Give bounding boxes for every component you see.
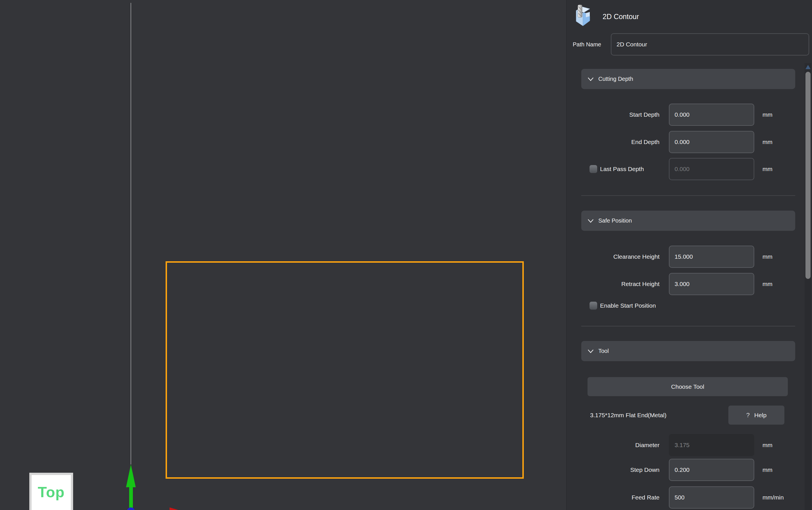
end-depth-row: End Depth mm [567, 131, 795, 153]
origin-z-axis-dot [127, 507, 135, 510]
feed-rate-row: Feed Rate mm/min [567, 486, 795, 509]
clearance-height-label: Clearance Height [567, 246, 660, 268]
help-button-label: Help [754, 412, 766, 419]
diameter-input [669, 434, 754, 456]
x-axis-arrow-icon [170, 507, 179, 510]
choose-tool-button[interactable]: Choose Tool [587, 377, 788, 396]
enable-start-position-label: Enable Start Position [600, 294, 656, 317]
section-title: Cutting Depth [598, 76, 633, 82]
start-depth-label: Start Depth [567, 104, 660, 126]
feed-rate-label: Feed Rate [567, 486, 660, 509]
section-header-safe-position[interactable]: Safe Position [581, 210, 795, 231]
path-name-input[interactable] [611, 33, 809, 56]
step-down-row: Step Down mm [567, 459, 795, 481]
end-depth-input[interactable] [669, 131, 754, 153]
retract-height-input[interactable] [669, 273, 754, 295]
scroll-up-arrow-icon[interactable] [806, 65, 811, 69]
diameter-label: Diameter [567, 434, 660, 456]
retract-height-unit: mm [762, 273, 773, 295]
enable-start-position-checkbox[interactable] [589, 302, 597, 310]
selected-tool-name: 3.175*12mm Flat End(Metal) [590, 405, 666, 425]
start-depth-row: Start Depth mm [567, 104, 795, 126]
toolpath-settings-panel: 2D Contour Path Name Cutting Depth Start… [566, 0, 812, 510]
step-down-unit: mm [762, 459, 773, 481]
path-name-label: Path Name [567, 33, 601, 56]
diameter-unit: mm [762, 434, 773, 456]
end-depth-unit: mm [762, 131, 773, 153]
section-title: Safe Position [598, 218, 632, 224]
viewport-canvas[interactable]: Top [0, 0, 566, 510]
feed-rate-input[interactable] [669, 486, 754, 509]
enable-start-position-row: Enable Start Position [567, 294, 795, 317]
section-header-tool[interactable]: Tool [581, 341, 795, 361]
section-header-cutting-depth[interactable]: Cutting Depth [581, 69, 795, 89]
y-axis-arrow-shaft [129, 486, 133, 510]
retract-height-label: Retract Height [567, 273, 660, 295]
start-depth-input[interactable] [669, 104, 754, 126]
help-button[interactable]: ? Help [728, 405, 784, 425]
selected-path-outline[interactable] [166, 261, 524, 479]
section-title: Tool [598, 348, 609, 354]
view-orientation-indicator[interactable]: Top [29, 473, 73, 510]
last-pass-depth-checkbox[interactable] [589, 165, 597, 173]
chevron-down-icon [587, 349, 594, 353]
y-axis-arrow-icon [126, 464, 136, 487]
section-divider [581, 326, 795, 327]
clearance-height-input[interactable] [669, 246, 754, 268]
chevron-down-icon [587, 219, 594, 223]
start-depth-unit: mm [762, 104, 773, 126]
retract-height-row: Retract Height mm [567, 273, 795, 295]
last-pass-depth-unit: mm [762, 158, 773, 180]
clearance-height-unit: mm [762, 246, 773, 268]
y-axis-guide-line [130, 3, 131, 464]
end-depth-label: End Depth [567, 131, 660, 153]
chevron-down-icon [587, 77, 594, 81]
last-pass-depth-input[interactable] [669, 158, 754, 180]
end-mill-tool-icon [574, 4, 591, 28]
view-orientation-label: Top [38, 484, 65, 510]
clearance-height-row: Clearance Height mm [567, 246, 795, 268]
step-down-input[interactable] [669, 459, 754, 481]
diameter-row: Diameter mm [567, 434, 795, 456]
step-down-label: Step Down [567, 459, 660, 481]
feed-rate-unit: mm/min [762, 486, 784, 509]
panel-title: 2D Contour [603, 12, 639, 21]
last-pass-depth-row: Last Pass Depth mm [567, 158, 795, 180]
panel-scrollbar-thumb[interactable] [806, 72, 811, 279]
question-mark-icon: ? [746, 412, 750, 419]
last-pass-depth-label: Last Pass Depth [600, 158, 644, 180]
section-divider [581, 195, 795, 196]
